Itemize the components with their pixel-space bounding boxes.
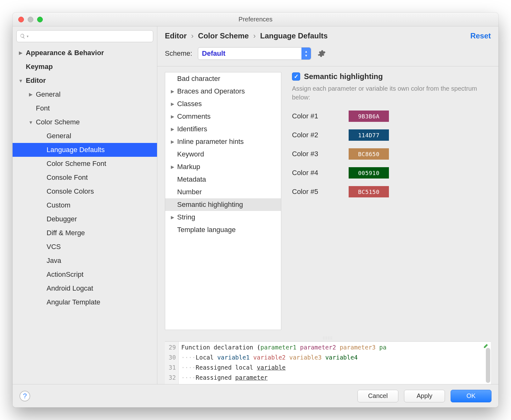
line-gutter: 29303132 [165, 342, 179, 384]
color-swatch[interactable]: 005910 [349, 167, 389, 179]
code-area[interactable]: Function declaration (parameter1 paramet… [179, 342, 491, 384]
gear-icon[interactable] [317, 49, 326, 58]
category-classes[interactable]: ▶Classes [165, 98, 281, 110]
sidebar-item-label: Custom [47, 201, 70, 209]
category-label: Comments [177, 112, 211, 121]
category-label: Markup [177, 163, 200, 171]
color-row-3: Color #3BC8650 [292, 148, 491, 160]
breadcrumb-editor[interactable]: Editor [165, 31, 187, 40]
sidebar-item-appearance-behavior[interactable]: ▶Appearance & Behavior [13, 46, 157, 60]
color-name: Color #5 [292, 188, 330, 196]
category-braces-and-operators[interactable]: ▶Braces and Operators [165, 85, 281, 98]
category-label: Number [177, 188, 202, 196]
line-number: 32 [166, 372, 176, 383]
sidebar-item-android-logcat[interactable]: Android Logcat [13, 281, 157, 295]
apply-button[interactable]: Apply [404, 390, 445, 402]
scheme-select[interactable]: Default ▲▼ [198, 47, 311, 60]
sidebar-item-label: Color Scheme [36, 118, 80, 126]
code-preview: 29303132 Function declaration (parameter… [165, 341, 491, 384]
color-swatch[interactable]: 114D77 [349, 129, 389, 141]
category-label: Braces and Operators [177, 87, 245, 95]
sidebar-item-color-scheme-font[interactable]: Color Scheme Font [13, 157, 157, 171]
ok-button[interactable]: OK [451, 390, 491, 402]
sidebar-item-label: Console Colors [47, 187, 94, 196]
sidebar-item-font[interactable]: Font [13, 101, 157, 115]
color-swatch[interactable]: BC8650 [349, 148, 389, 160]
sidebar-item-label: Color Scheme Font [47, 160, 106, 168]
category-keyword[interactable]: ▶Keyword [165, 148, 281, 161]
sidebar-item-diff-merge[interactable]: Diff & Merge [13, 226, 157, 240]
main-panel: Editor › Color Scheme › Language Default… [157, 26, 498, 384]
sidebar-item-label: Angular Template [47, 298, 100, 306]
sidebar-item-label: Keymap [26, 63, 53, 71]
color-swatch[interactable]: 9B3B6A [349, 111, 389, 122]
sidebar-item-console-font[interactable]: Console Font [13, 171, 157, 184]
sidebar-item-general[interactable]: General [13, 129, 157, 143]
chevron-right-icon: ▶ [170, 164, 175, 169]
category-inline-parameter-hints[interactable]: ▶Inline parameter hints [165, 135, 281, 148]
chevron-right-icon: ▶ [170, 101, 175, 106]
scheme-value: Default [202, 49, 226, 58]
category-bad-character[interactable]: ▶Bad character [165, 72, 281, 85]
chevron-right-icon: ▶ [170, 139, 175, 144]
color-name: Color #3 [292, 150, 330, 158]
category-number[interactable]: ▶Number [165, 186, 281, 198]
color-row-4: Color #4005910 [292, 167, 491, 179]
semantic-checkbox-row[interactable]: ✓ Semantic highlighting [292, 72, 491, 81]
sidebar-item-label: General [47, 132, 71, 140]
category-detail: ✓ Semantic highlighting Assign each para… [281, 72, 491, 330]
chevron-right-icon: ▶ [28, 92, 34, 97]
category-markup[interactable]: ▶Markup [165, 161, 281, 173]
search-icon [20, 33, 25, 39]
breadcrumb-language-defaults: Language Defaults [260, 31, 328, 40]
splitter-grip-icon[interactable]: :::::: [157, 334, 498, 341]
sidebar-item-vcs[interactable]: VCS [13, 240, 157, 254]
settings-tree[interactable]: ▶Appearance & BehaviorKeymap▼Editor▶Gene… [13, 46, 157, 384]
chevron-right-icon: ▶ [170, 127, 175, 132]
chevron-down-icon: ▼ [18, 78, 24, 83]
category-template-language[interactable]: ▶Template language [165, 224, 281, 236]
color-row-1: Color #19B3B6A [292, 111, 491, 122]
sidebar-item-label: Android Logcat [47, 284, 93, 292]
sidebar-item-language-defaults[interactable]: Language Defaults [13, 143, 157, 157]
chevron-right-icon: › [191, 31, 194, 40]
category-label: Template language [177, 226, 236, 234]
help-button[interactable]: ? [20, 391, 30, 401]
sidebar-item-java[interactable]: Java [13, 254, 157, 268]
sidebar-item-keymap[interactable]: Keymap [13, 60, 157, 74]
checkbox-checked-icon[interactable]: ✓ [292, 72, 300, 81]
window-title: Preferences [13, 16, 498, 23]
sidebar-item-angular-template[interactable]: Angular Template [13, 295, 157, 309]
sidebar-item-editor[interactable]: ▼Editor [13, 74, 157, 88]
reset-link[interactable]: Reset [470, 31, 491, 40]
sidebar-item-debugger[interactable]: Debugger [13, 212, 157, 226]
sidebar-item-actionscript[interactable]: ActionScript [13, 268, 157, 281]
category-semantic-highlighting[interactable]: ▶Semantic highlighting [165, 198, 281, 211]
category-comments[interactable]: ▶Comments [165, 110, 281, 123]
sidebar-item-console-colors[interactable]: Console Colors [13, 184, 157, 198]
preferences-window: Preferences ▾ ▶Appearance & BehaviorKeym… [13, 13, 498, 407]
category-label: Identifiers [177, 125, 207, 133]
search-input-wrapper[interactable]: ▾ [16, 30, 153, 42]
cancel-button[interactable]: Cancel [357, 390, 398, 402]
sidebar-item-label: Console Font [47, 173, 88, 182]
sidebar-item-general[interactable]: ▶General [13, 88, 157, 101]
chevron-right-icon: ▶ [18, 50, 24, 56]
vertical-scrollbar[interactable] [486, 348, 490, 383]
category-list[interactable]: ▶Bad character▶Braces and Operators▶Clas… [165, 72, 281, 330]
category-identifiers[interactable]: ▶Identifiers [165, 123, 281, 135]
line-number: 30 [166, 352, 176, 362]
category-label: String [177, 213, 195, 221]
sidebar-item-custom[interactable]: Custom [13, 198, 157, 212]
select-stepper-icon: ▲▼ [301, 48, 311, 60]
category-label: Classes [177, 100, 202, 108]
category-string[interactable]: ▶String [165, 211, 281, 224]
chevron-right-icon: ▶ [170, 215, 175, 220]
color-swatch[interactable]: BC5150 [349, 186, 389, 197]
sidebar-item-color-scheme[interactable]: ▼Color Scheme [13, 115, 157, 129]
color-name: Color #2 [292, 131, 330, 139]
search-input[interactable] [30, 33, 150, 40]
category-metadata[interactable]: ▶Metadata [165, 173, 281, 186]
breadcrumb-color-scheme[interactable]: Color Scheme [198, 31, 249, 40]
sidebar-item-label: Language Defaults [47, 146, 105, 154]
